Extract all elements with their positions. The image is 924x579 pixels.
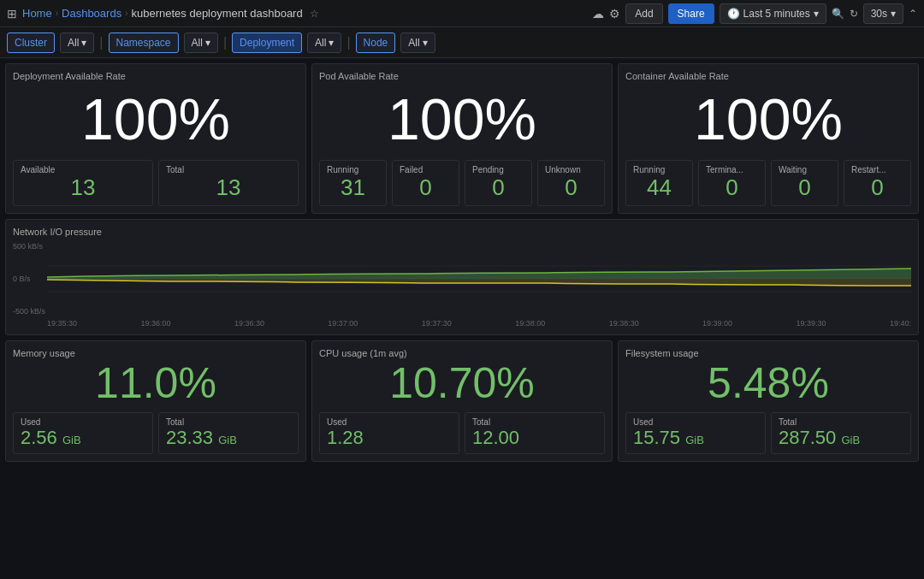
filesystem-used-value: 15.75 GiB <box>633 427 758 449</box>
filesystem-title: Filesystem usage <box>625 348 911 358</box>
filesystem-total-label: Total <box>779 417 903 427</box>
container-terminating-value: 0 <box>706 174 758 201</box>
container-waiting-panel: Waiting 0 <box>771 160 838 206</box>
cluster-chevron: ▾ <box>81 37 86 49</box>
cluster-filter-tag[interactable]: Cluster <box>7 32 55 53</box>
x-label-5: 19:38:00 <box>515 319 545 328</box>
memory-total-num: 23.33 <box>166 427 213 448</box>
container-terminating-panel: Termina... 0 <box>698 160 766 206</box>
grid-icon: ⊞ <box>7 7 17 21</box>
container-waiting-value: 0 <box>779 174 831 201</box>
time-range-selector[interactable]: 🕐 Last 5 minutes ▾ <box>720 3 826 24</box>
dep-available-label: Available <box>21 165 145 174</box>
deployment-sub-stats: Available 13 Total 13 <box>13 160 299 206</box>
filesystem-value: 5.48% <box>625 360 911 407</box>
filesystem-used-panel: Used 15.75 GiB <box>625 412 766 454</box>
cluster-value: All <box>68 37 79 49</box>
deployment-filter-dropdown[interactable]: All ▾ <box>307 32 341 53</box>
node-filter-tag[interactable]: Node <box>356 32 396 53</box>
pod-pending-panel: Pending 0 <box>465 160 532 206</box>
x-label-7: 19:39:00 <box>702 319 732 328</box>
cluster-filter-dropdown[interactable]: All ▾ <box>60 32 94 53</box>
filter-sep3: | <box>346 35 350 50</box>
memory-stats: Used 2.56 GiB Total 23.33 GiB <box>13 412 299 454</box>
container-running-panel: Running 44 <box>625 160 693 206</box>
y-label-top: 500 kB/s <box>13 242 45 251</box>
node-value: All <box>408 37 419 49</box>
bottom-metrics-section: Memory usage 11.0% Used 2.56 GiB Total 2… <box>5 340 919 462</box>
namespace-value: All <box>192 37 203 49</box>
container-rate-card: Container Available Rate 100% Running 44… <box>618 63 919 214</box>
settings-icon[interactable]: ⚙ <box>609 7 620 21</box>
cpu-total-panel: Total 12.00 <box>465 412 605 454</box>
memory-used-panel: Used 2.56 GiB <box>13 412 153 454</box>
x-label-1: 19:36:00 <box>140 319 170 328</box>
deployment-filter-tag[interactable]: Deployment <box>232 32 302 53</box>
chevron-refresh-icon: ▾ <box>891 8 896 20</box>
topbar-actions: ☁ ⚙ Add Share 🕐 Last 5 minutes ▾ 🔍 ↻ 30s… <box>592 3 917 24</box>
cpu-used-label: Used <box>327 417 452 427</box>
memory-value: 11.0% <box>13 360 299 407</box>
container-running-label: Running <box>633 165 685 174</box>
memory-total-panel: Total 23.33 GiB <box>158 412 299 454</box>
x-label-0: 19:35:30 <box>47 319 77 328</box>
refresh-interval-label: 30s <box>871 8 887 20</box>
container-running-value: 44 <box>633 174 685 201</box>
home-link[interactable]: Home <box>22 7 52 20</box>
refresh-icon[interactable]: ↻ <box>850 8 858 20</box>
topbar: ⊞ Home › Dashboards › kubernetes deploym… <box>0 0 924 27</box>
network-chart-title: Network I/O pressure <box>13 227 911 237</box>
filesystem-total-num: 287.50 <box>779 427 836 448</box>
x-label-2: 19:36:30 <box>234 319 264 328</box>
zoom-out-icon[interactable]: 🔍 <box>832 8 844 20</box>
clock-icon: 🕐 <box>727 8 740 20</box>
sep2: › <box>125 9 127 18</box>
memory-title: Memory usage <box>13 348 299 358</box>
filesystem-used-num: 15.75 <box>633 427 680 448</box>
x-label-8: 19:39:30 <box>797 319 826 328</box>
expand-icon[interactable]: ⌃ <box>909 8 917 20</box>
cpu-total-num: 12.00 <box>472 427 519 448</box>
filter-sep1: | <box>99 35 103 50</box>
filterbar: Cluster All ▾ | Namespace All ▾ | Deploy… <box>0 27 924 58</box>
cpu-value: 10.70% <box>319 360 605 407</box>
breadcrumb: Home › Dashboards › kubernetes deploymen… <box>22 7 587 20</box>
namespace-chevron: ▾ <box>205 37 210 49</box>
refresh-interval[interactable]: 30s ▾ <box>863 3 903 24</box>
pod-running-panel: Running 31 <box>319 160 387 206</box>
filesystem-stats: Used 15.75 GiB Total 287.50 GiB <box>625 412 911 454</box>
namespace-filter-dropdown[interactable]: All ▾ <box>184 32 218 53</box>
dashboards-link[interactable]: Dashboards <box>62 7 121 20</box>
dep-available-value: 13 <box>21 174 145 201</box>
network-chart-svg <box>47 240 911 317</box>
dep-total-panel: Total 13 <box>158 160 299 206</box>
memory-used-label: Used <box>21 417 145 427</box>
pod-unknown-label: Unknown <box>545 165 597 174</box>
share-button[interactable]: Share <box>668 3 714 24</box>
star-icon[interactable]: ☆ <box>310 8 319 20</box>
deployment-rate-title: Deployment Available Rate <box>13 71 299 81</box>
filesystem-total-value: 287.50 GiB <box>779 427 903 449</box>
add-button[interactable]: Add <box>625 3 662 24</box>
filesystem-card: Filesystem usage 5.48% Used 15.75 GiB To… <box>618 340 919 462</box>
deployment-rate-value: 100% <box>13 81 299 157</box>
node-filter-dropdown[interactable]: All ▾ <box>400 32 435 53</box>
x-label-3: 19:37:00 <box>328 319 358 328</box>
page-title: kubernetes deployment dashboard <box>131 7 302 20</box>
container-rate-title: Container Available Rate <box>625 71 911 81</box>
cpu-title: CPU usage (1m avg) <box>319 348 605 358</box>
network-chart-card: Network I/O pressure 500 kB/s 0 B/s -500… <box>5 219 919 335</box>
pod-running-label: Running <box>327 165 379 174</box>
cpu-used-panel: Used 1.28 <box>319 412 459 454</box>
chart-x-labels: 19:35:30 19:36:00 19:36:30 19:37:00 19:3… <box>13 319 911 328</box>
x-label-4: 19:37:30 <box>422 319 452 328</box>
pod-pending-label: Pending <box>472 165 524 174</box>
pod-failed-value: 0 <box>400 174 452 201</box>
namespace-filter-tag[interactable]: Namespace <box>109 32 179 53</box>
cpu-used-value: 1.28 <box>327 427 452 449</box>
container-restarting-value: 0 <box>851 174 903 201</box>
memory-total-unit: GiB <box>218 434 237 446</box>
container-sub-stats: Running 44 Termina... 0 Waiting 0 Restar… <box>625 160 911 206</box>
pod-rate-value: 100% <box>319 81 605 157</box>
container-waiting-label: Waiting <box>779 165 831 174</box>
